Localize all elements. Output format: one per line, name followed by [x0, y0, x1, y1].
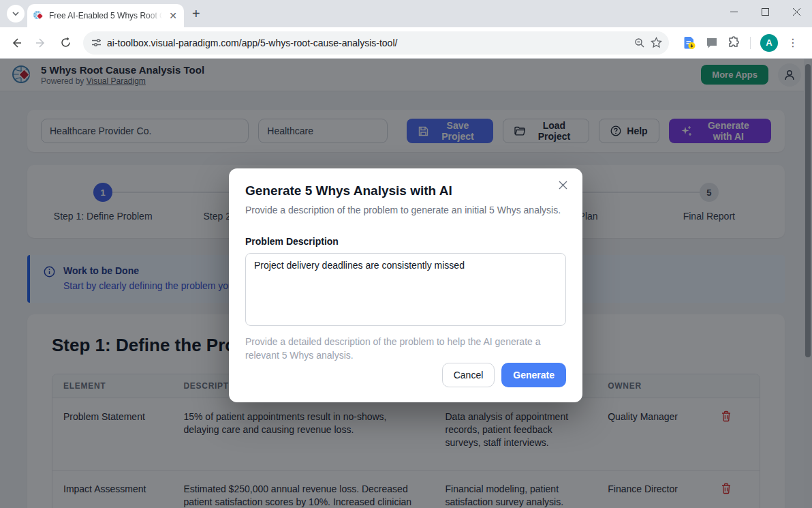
reload-icon[interactable]: [54, 32, 76, 54]
tab-title: Free AI-Enabled 5 Whys Root C: [49, 11, 162, 20]
browser-tab[interactable]: Free AI-Enabled 5 Whys Root C ✕: [27, 4, 184, 27]
generate-ai-modal: Generate 5 Whys Analysis with AI Provide…: [229, 168, 582, 402]
url-text[interactable]: ai-toolbox.visual-paradigm.com/app/5-why…: [107, 38, 629, 48]
toolbar-divider: [750, 37, 751, 49]
back-icon[interactable]: [5, 32, 27, 54]
favicon: [33, 10, 44, 21]
close-window-icon[interactable]: [781, 0, 812, 23]
profile-avatar[interactable]: A: [760, 34, 778, 52]
modal-title: Generate 5 Whys Analysis with AI: [245, 183, 566, 198]
browser-navbar: ai-toolbox.visual-paradigm.com/app/5-why…: [0, 27, 812, 59]
tab-search-icon[interactable]: [7, 5, 25, 23]
zoom-out-icon[interactable]: [634, 38, 645, 48]
problem-description-label: Problem Description: [245, 236, 566, 247]
tab-strip: Free AI-Enabled 5 Whys Root C ✕ +: [0, 0, 812, 27]
bookmark-star-icon[interactable]: [651, 37, 662, 48]
maximize-icon[interactable]: [749, 0, 781, 23]
site-settings-icon[interactable]: [91, 38, 102, 48]
page-viewport: 5 Whys Root Cause Analysis Tool Powered …: [0, 59, 812, 508]
docs-offline-icon[interactable]: [683, 36, 696, 50]
modal-subtitle: Provide a description of the problem to …: [245, 205, 566, 215]
window-controls: [718, 0, 812, 23]
modal-close-icon[interactable]: [556, 178, 570, 192]
problem-description-textarea[interactable]: Project delivery deadlines are consisten…: [245, 253, 566, 326]
browser-window: Free AI-Enabled 5 Whys Root C ✕ +: [0, 0, 812, 508]
comment-extension-icon[interactable]: [706, 37, 718, 49]
minimize-icon[interactable]: [718, 0, 749, 23]
forward-icon[interactable]: [30, 32, 52, 54]
extensions-area: A ⋮: [676, 34, 805, 52]
browser-menu-icon[interactable]: ⋮: [787, 36, 798, 49]
extensions-puzzle-icon[interactable]: [728, 36, 740, 49]
cancel-button[interactable]: Cancel: [442, 363, 495, 387]
new-tab-icon[interactable]: +: [192, 7, 200, 20]
address-bar[interactable]: ai-toolbox.visual-paradigm.com/app/5-why…: [83, 31, 669, 55]
generate-button[interactable]: Generate: [501, 363, 566, 387]
field-helper-text: Provide a detailed description of the pr…: [245, 335, 552, 363]
tab-close-icon[interactable]: ✕: [168, 10, 178, 22]
